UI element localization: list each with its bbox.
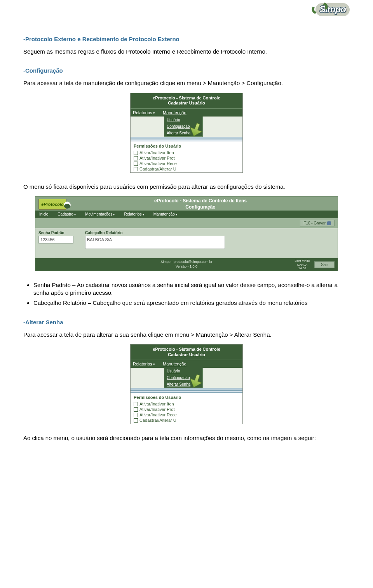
section-alterar-senha-text-2: Ao clica no menu, o usuário será direcio… [23,434,350,442]
section-protocolo-externo-title: -Protocolo Externo e Recebimento de Prot… [23,36,350,42]
nav-manutencao[interactable]: Manutenção [163,362,186,366]
permissions-title: Permissões do Usuário [134,144,239,148]
save-disk-icon [327,221,331,225]
nav-movimentacoes[interactable]: Movimentações [85,212,112,216]
perm-item-1: Ativar/Inativar Iten [139,150,174,155]
section-configuracao-text-1: Para acessar a tela de manutenção de con… [23,79,350,87]
dropdown-item-usuario[interactable]: Usuário [164,117,202,123]
eprotocolo-logo: eProtocolo [38,199,66,210]
screenshot-menu-configuracao: eProtocolo - Sistema de Controle Cadastr… [130,93,243,173]
sair-button[interactable]: Sair [314,261,335,268]
section-configuracao-title: -Configuração [23,67,350,74]
dropdown-item-usuario[interactable]: Usuário [164,368,202,374]
nav-cadastro[interactable]: Cadastro [58,212,73,216]
bullet-cabecalho-relatorio: Cabeçalho Relatório – Cabeçalho que será… [33,299,350,307]
dropdown-item-configuracao[interactable]: Configuração [164,374,202,381]
dropdown-item-alterar-senha[interactable]: Alterar Senha [164,130,202,136]
header-logo-area: Simpo [23,0,350,24]
gravar-button-label: F10 - Gravar [303,221,326,225]
checkbox-icon[interactable] [134,407,138,412]
perm-item-4: Cadastrar/Alterar U [139,167,176,171]
dropdown-manutencao: Usuário Configuração Alterar Senha [164,117,203,137]
section-protocolo-externo-text: Seguem as mesmas regras e fluxos do Prot… [23,48,350,56]
config-title-2: Configuração [66,204,335,210]
menu-title-2: Cadastrar Usuário [132,101,241,106]
cabecalho-relatorio-label: Cabeçalho Relatório [85,231,225,235]
welcome-time: 14:36 [295,266,310,270]
menu-title-2: Cadastrar Usuário [132,352,241,358]
menu-title-1: eProtocolo - Sistema de Controle [132,347,241,352]
nav-manutencao[interactable]: Manutenção [163,110,186,115]
perm-item-3: Ativar/Inativar Rece [139,161,177,166]
checkbox-icon[interactable] [134,413,138,417]
section-alterar-senha-title: -Alterar Senha [23,319,350,325]
nav-relatorios[interactable]: Relatorios [133,362,155,366]
checkbox-icon[interactable] [134,402,138,406]
checkbox-icon[interactable] [134,151,138,155]
footer-version: Versão - 1.0.0 [160,264,213,269]
checkbox-icon[interactable] [134,162,138,166]
footer-email: Simpo - protocolo@simpo.com.br [160,260,213,264]
senha-padrao-input[interactable]: 123456 [38,236,73,244]
dropdown-item-configuracao[interactable]: Configuração [164,123,202,130]
checkbox-icon[interactable] [134,167,138,171]
nav-inicio[interactable]: Inicio [39,212,48,216]
checkbox-icon[interactable] [134,156,138,160]
perm-item-3: Ativar/Inativar Rece [139,412,177,417]
permissions-title: Permissões do Usuário [134,395,239,400]
perm-item-2: Ativar/Inativar Prot [139,407,174,412]
welcome-label: Bem Vindo [295,259,310,263]
perm-item-1: Ativar/Inativar Iten [139,402,174,406]
bullet-senha-padrao: Senha Padrão – Ao cadastrar novos usuári… [33,281,350,297]
screenshot-config-form: eProtocolo eProtocolo - Sistema de Contr… [35,196,338,271]
menu-title-1: eProtocolo - Sistema de Controle [132,96,241,101]
section-configuracao-text-2: O menu só ficara disponíveis para usuári… [23,183,350,191]
screenshot-menu-alterar-senha: eProtocolo - Sistema de Controle Cadastr… [130,344,243,424]
simpo-logo: Simpo [315,3,350,16]
config-bullets: Senha Padrão – Ao cadastrar novos usuári… [33,281,350,307]
dropdown-manutencao: Usuário Configuração Alterar Senha [164,368,203,388]
checkbox-icon[interactable] [134,418,138,423]
perm-item-4: Cadastrar/Alterar U [139,418,176,423]
dropdown-item-alterar-senha[interactable]: Alterar Senha [164,381,202,388]
nav-relatorios[interactable]: Relatorios [133,110,155,115]
section-alterar-senha-text-1: Para acessar a tela de para alterar a su… [23,331,350,339]
cabecalho-relatorio-input[interactable]: BALBOA S/A [85,236,225,249]
nav-relatorios[interactable]: Relatorios [124,212,141,216]
gravar-button[interactable]: F10 - Gravar [300,220,335,226]
senha-padrao-label: Senha Padrão [38,231,73,235]
perm-item-2: Ativar/Inativar Prot [139,156,174,160]
nav-manutencao[interactable]: Manutenção [153,212,175,216]
welcome-user: CARLA [295,263,310,266]
config-title-1: eProtocolo - Sistema de Controle de Iten… [66,198,335,204]
